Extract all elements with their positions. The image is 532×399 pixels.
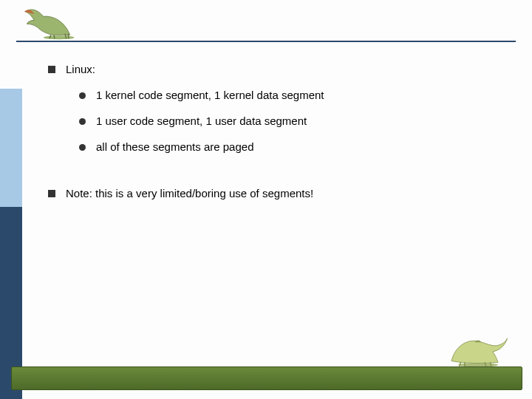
dinosaur-logo-bottom: [445, 327, 511, 368]
slide-content: Linux: 1 kernel code segment, 1 kernel d…: [41, 63, 499, 213]
bullet-note: Note: this is a very limited/boring use …: [48, 187, 499, 200]
bullet-text: Linux:: [66, 63, 95, 75]
bullet-text: 1 user code segment, 1 user data segment: [96, 115, 307, 127]
header-divider: [16, 41, 516, 42]
dot-bullet-icon: [79, 144, 86, 151]
square-bullet-icon: [48, 66, 55, 73]
subbullet-user: 1 user code segment, 1 user data segment: [79, 115, 499, 127]
bullet-text: Note: this is a very limited/boring use …: [66, 187, 313, 200]
dot-bullet-icon: [79, 92, 86, 99]
slide: Linux: 1 kernel code segment, 1 kernel d…: [0, 0, 532, 399]
svg-point-0: [44, 35, 75, 39]
bullet-text: all of these segments are paged: [96, 140, 253, 153]
footer-bar: [11, 366, 522, 390]
dot-bullet-icon: [79, 118, 86, 125]
dinosaur-logo-top: [13, 3, 80, 40]
bullet-text: 1 kernel code segment, 1 kernel data seg…: [96, 89, 324, 101]
subbullet-kernel: 1 kernel code segment, 1 kernel data seg…: [79, 89, 499, 101]
square-bullet-icon: [48, 190, 55, 197]
left-accent-light: [0, 89, 22, 207]
bullet-linux: Linux:: [48, 63, 499, 75]
subbullet-paged: all of these segments are paged: [79, 140, 499, 153]
